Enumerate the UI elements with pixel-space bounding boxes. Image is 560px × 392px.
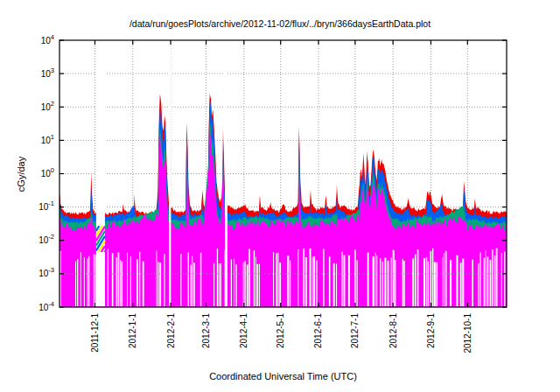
svg-text:2012-6-1: 2012-6-1 bbox=[313, 313, 323, 348]
svg-text:2012-8-1: 2012-8-1 bbox=[388, 313, 398, 348]
svg-text:2012-7-1: 2012-7-1 bbox=[350, 313, 360, 348]
svg-text:100: 100 bbox=[41, 166, 54, 178]
svg-text:2011-12-1: 2011-12-1 bbox=[90, 313, 100, 353]
svg-text:2012-4-1: 2012-4-1 bbox=[239, 313, 248, 348]
plot-window: /data/run/goesPlots/archive/2012-11-02/f… bbox=[0, 0, 560, 392]
svg-text:104: 104 bbox=[41, 33, 54, 46]
y-tick-labels: 10410310210110010-110-210-310-4 bbox=[38, 33, 54, 312]
x-tick-labels: 2011-12-12012-1-12012-2-12012-3-12012-4-… bbox=[90, 313, 472, 354]
svg-text:2012-9-1: 2012-9-1 bbox=[426, 313, 436, 348]
svg-text:2012-3-1: 2012-3-1 bbox=[201, 313, 211, 348]
svg-text:2012-5-1: 2012-5-1 bbox=[276, 313, 285, 348]
svg-text:10-3: 10-3 bbox=[38, 266, 54, 278]
plot-area: 10410310210110010-110-210-310-42011-12-1… bbox=[0, 0, 560, 392]
svg-text:2012-1-1: 2012-1-1 bbox=[128, 313, 137, 348]
svg-text:103: 103 bbox=[41, 66, 54, 79]
svg-text:101: 101 bbox=[41, 133, 54, 145]
x-axis-label: Coordinated Universal Time (UTC) bbox=[60, 371, 507, 382]
svg-text:2012-10-1: 2012-10-1 bbox=[463, 313, 472, 354]
svg-text:10-1: 10-1 bbox=[38, 200, 54, 212]
svg-text:2012-2-1: 2012-2-1 bbox=[166, 313, 176, 348]
svg-text:10-4: 10-4 bbox=[38, 300, 54, 312]
svg-text:10-2: 10-2 bbox=[38, 233, 54, 245]
svg-text:102: 102 bbox=[41, 100, 54, 112]
